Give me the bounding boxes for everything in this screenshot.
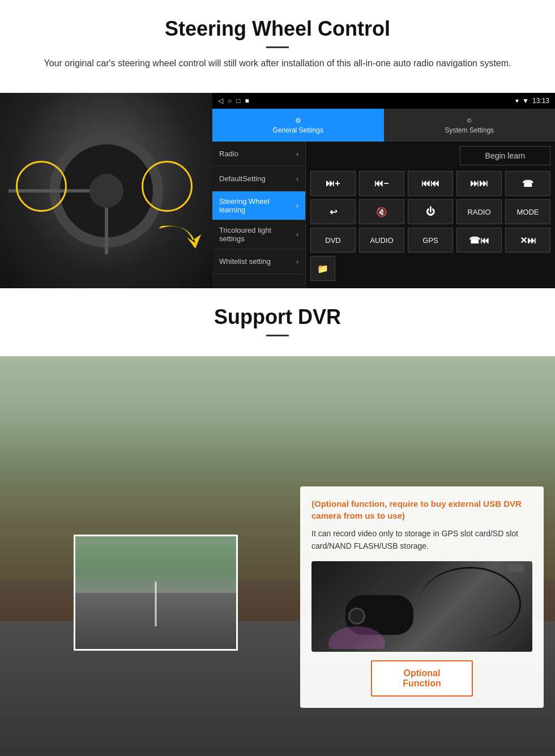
ctrl-gps[interactable]: GPS	[408, 228, 453, 253]
chevron-right-icon: ›	[296, 202, 298, 210]
menu-item-radio[interactable]: Radio ›	[212, 142, 305, 166]
gear-icon: ⚙	[295, 117, 301, 125]
nav-recent-icon[interactable]: □	[236, 97, 240, 105]
dvr-content-area: (Optional function, require to buy exter…	[0, 356, 555, 756]
ctrl-audio[interactable]: AUDIO	[359, 228, 404, 253]
ctrl-power[interactable]: ⏻	[408, 199, 453, 224]
menu-default-label: DefaultSetting	[219, 174, 266, 183]
steering-title: Steering Wheel Control	[23, 17, 532, 41]
menu-steering-label: Steering Wheel learning	[219, 197, 296, 214]
dvr-optional-note: (Optional function, require to buy exter…	[311, 498, 532, 522]
android-panel: ◁ ○ □ ■ ▾ ▼ 13:13 ⚙ General Settings ⛭ S…	[212, 93, 555, 288]
camera-light-effect	[328, 615, 385, 649]
ctrl-vol-up[interactable]: ⏭+	[310, 171, 356, 196]
chevron-right-icon: ›	[296, 230, 298, 238]
ctrl-vol-down[interactable]: ⏮−	[359, 171, 404, 196]
steering-section: Steering Wheel Control Your original car…	[0, 0, 555, 93]
menu-whitelist-label: Whitelist setting	[219, 257, 271, 266]
menu-item-tricoloured[interactable]: Tricoloured light settings ›	[212, 220, 305, 249]
dvr-header: Support DVR	[0, 288, 555, 356]
ctrl-dvd[interactable]: DVD	[310, 228, 356, 253]
menu-radio-label: Radio	[219, 150, 238, 158]
highlight-left	[16, 161, 67, 212]
screenshot-lane-line	[155, 582, 157, 627]
status-bar-nav: ◁ ○ □ ■	[218, 97, 249, 105]
ctrl-row-1: ⏭+ ⏮− ⏮⏮ ⏭⏭ ☎	[310, 171, 550, 196]
menu-item-steering-learning[interactable]: Steering Wheel learning ›	[212, 191, 305, 220]
steering-description: Your original car's steering wheel contr…	[34, 57, 521, 70]
steering-wheel-sim	[0, 93, 212, 288]
dvr-camera-image	[311, 561, 532, 652]
wheel-center	[89, 174, 123, 208]
ctrl-radio[interactable]: RADIO	[456, 199, 502, 224]
steering-wheel-photo	[0, 93, 212, 288]
ctrl-row-2: ↩ 🔇 ⏻ RADIO MODE	[310, 199, 550, 224]
tab-general-settings[interactable]: ⚙ General Settings	[212, 109, 384, 142]
chevron-right-icon: ›	[296, 175, 298, 183]
nav-back-icon[interactable]: ◁	[218, 97, 223, 105]
tab-general-label: General Settings	[273, 126, 323, 134]
ctrl-folder[interactable]: 📁	[310, 256, 335, 281]
section-divider	[266, 46, 289, 48]
ctrl-mode[interactable]: MODE	[505, 199, 550, 224]
ctrl-row-4: 📁	[310, 256, 550, 281]
begin-learn-button[interactable]: Begin learn	[460, 146, 550, 165]
ctrl-prev-track[interactable]: ⏮⏮	[408, 171, 453, 196]
ctrl-skip-next[interactable]: ✕⏭	[505, 228, 550, 253]
chevron-right-icon: ›	[296, 150, 298, 158]
usb-cable	[419, 567, 521, 640]
ctrl-phone[interactable]: ☎	[505, 171, 550, 196]
svg-point-0	[328, 626, 385, 649]
clock: 13:13	[532, 97, 549, 105]
steering-content-area: ◁ ○ □ ■ ▾ ▼ 13:13 ⚙ General Settings ⛭ S…	[0, 93, 555, 288]
wifi-icon: ▾	[515, 97, 519, 105]
chevron-right-icon: ›	[296, 258, 298, 266]
menu-item-defaultsetting[interactable]: DefaultSetting ›	[212, 166, 305, 191]
dvr-section: Support DVR (Optional function, require …	[0, 288, 555, 756]
dvr-screenshot-thumbnail	[74, 535, 238, 651]
dvr-divider	[266, 335, 289, 336]
highlight-right	[142, 161, 193, 212]
menu-item-whitelist[interactable]: Whitelist setting ›	[212, 249, 305, 274]
settings-tabs: ⚙ General Settings ⛭ System Settings	[212, 109, 555, 142]
menu-tricoloured-label: Tricoloured light settings	[219, 226, 296, 243]
nav-home-icon[interactable]: ○	[228, 97, 232, 105]
ctrl-back[interactable]: ↩	[310, 199, 356, 224]
ctrl-mute[interactable]: 🔇	[359, 199, 404, 224]
ctrl-phone-prev[interactable]: ☎⏮	[456, 228, 502, 253]
settings-menu-list: Radio › DefaultSetting › Steering Wheel …	[212, 142, 306, 288]
yellow-arrow-icon	[156, 220, 201, 254]
usb-plug	[507, 564, 524, 572]
dvr-info-box: (Optional function, require to buy exter…	[300, 486, 544, 708]
dvr-description: It can record video only to storage in G…	[311, 527, 532, 553]
menu-controls-area: Radio › DefaultSetting › Steering Wheel …	[212, 142, 555, 288]
ctrl-next-track[interactable]: ⏭⏭	[456, 171, 502, 196]
status-bar: ◁ ○ □ ■ ▾ ▼ 13:13	[212, 93, 555, 109]
ctrl-row-3: DVD AUDIO GPS ☎⏮ ✕⏭	[310, 228, 550, 253]
tab-system-label: System Settings	[445, 126, 494, 134]
system-icon: ⛭	[466, 117, 473, 125]
begin-learn-row: Begin learn	[310, 146, 550, 165]
status-bar-right: ▾ ▼ 13:13	[515, 97, 549, 105]
signal-icon: ▼	[522, 97, 529, 105]
optional-function-button[interactable]: Optional Function	[371, 660, 473, 697]
tab-system-settings[interactable]: ⛭ System Settings	[384, 109, 556, 142]
controls-panel: Begin learn ⏭+ ⏮− ⏮⏮ ⏭⏭ ☎ ↩ 🔇 ⏻ RADIO MO…	[306, 142, 555, 288]
nav-menu-icon[interactable]: ■	[245, 97, 249, 105]
dvr-title: Support DVR	[23, 305, 532, 329]
